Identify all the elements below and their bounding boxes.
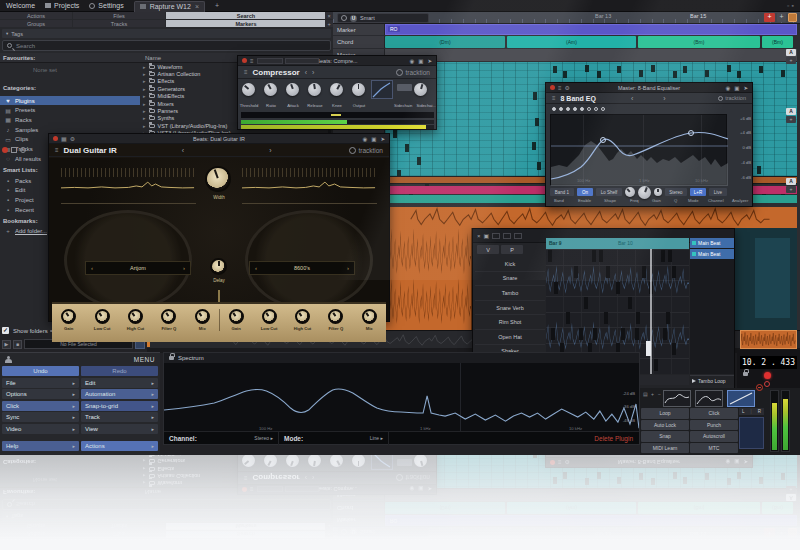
caret-icon[interactable]: ▸: [143, 71, 146, 77]
window-controls[interactable]: ▫ ▪: [787, 2, 794, 9]
freq-knob[interactable]: [625, 187, 635, 197]
dark-clip-region[interactable]: [735, 228, 797, 330]
eye-icon[interactable]: ◉: [362, 136, 367, 142]
help-button[interactable]: Help▸: [2, 441, 79, 451]
caret-icon[interactable]: ▸: [143, 123, 146, 129]
menu-button-right[interactable]: Edit▸: [81, 378, 158, 388]
eye-icon[interactable]: ◉: [725, 85, 730, 91]
compressor-curve-display[interactable]: [371, 80, 393, 99]
category-item[interactable]: ▤Presets: [0, 106, 140, 115]
drum-row-label[interactable]: Kick: [475, 257, 545, 272]
caret-icon[interactable]: ▸: [143, 115, 146, 121]
sidechain-knob[interactable]: [414, 83, 427, 96]
category-item[interactable]: ▦Racks: [0, 115, 140, 124]
track-header-chord[interactable]: Chord: [333, 36, 385, 49]
audio-clip-tall[interactable]: [385, 228, 472, 330]
hamburger-icon[interactable]: ≡: [552, 94, 556, 102]
actions-button[interactable]: Actions▸: [81, 441, 158, 451]
master-track-lane[interactable]: [385, 49, 797, 62]
spectrum-graph[interactable]: 100 Hz1 kHz10 kHz -24 dB-36 dB-48 dB: [164, 363, 639, 431]
add-tab-button[interactable]: +: [215, 2, 219, 9]
release-knob[interactable]: [308, 83, 321, 96]
lock-icon[interactable]: [169, 356, 174, 360]
gain-knob[interactable]: [638, 186, 651, 199]
knee-knob[interactable]: [330, 83, 343, 96]
edit-tab-rapture-w12[interactable]: Rapture W12×: [134, 1, 205, 12]
browser-add-button[interactable]: +: [325, 20, 333, 27]
channel-selector[interactable]: Channel:Stereo ▸: [164, 432, 279, 445]
grid-icon[interactable]: [11, 147, 17, 153]
menu-button-left[interactable]: Sync▸: [2, 412, 79, 422]
menu-button-right[interactable]: View▸: [81, 424, 158, 434]
track-edge-buttons[interactable]: A+: [786, 178, 796, 194]
pin-icon[interactable]: ➤: [427, 58, 432, 64]
band-select-button[interactable]: Band 1: [550, 188, 574, 196]
preset-chip[interactable]: [257, 58, 283, 64]
track-edge-buttons[interactable]: A+: [786, 108, 796, 124]
marker-clip[interactable]: RO: [385, 24, 797, 35]
tool-chip[interactable]: [503, 233, 511, 239]
next-preset-icon[interactable]: ›: [269, 147, 271, 154]
close-window-icon[interactable]: [242, 58, 247, 63]
guitar-ir-titlebar[interactable]: Beats: Dual Guitar IR ▦ ⚙ ◉▣➤: [49, 134, 389, 144]
ir-knob[interactable]: [229, 309, 244, 324]
camera-icon[interactable]: ▣: [734, 85, 739, 91]
cab-selector-left[interactable]: ‹ Artjom ›: [85, 261, 191, 275]
option-button-right[interactable]: Punch: [690, 420, 738, 431]
chord-clip[interactable]: (Am): [507, 36, 636, 48]
close-window-icon[interactable]: [550, 85, 555, 90]
menu-button-right[interactable]: Snap-to-grid▸: [81, 401, 158, 411]
hamburger-icon[interactable]: ≡: [250, 57, 254, 65]
prev-cab-icon[interactable]: ‹: [91, 265, 93, 271]
gear-icon[interactable]: ⚙: [565, 84, 570, 92]
menu-button-left[interactable]: Click▸: [2, 401, 79, 411]
track-header-marker[interactable]: Marker: [333, 24, 385, 36]
option-button-right[interactable]: Autoscroll: [690, 431, 738, 442]
band-selector-dots[interactable]: [552, 107, 605, 111]
loop-toggle-button[interactable]: [764, 381, 770, 387]
name-column-header[interactable]: Name: [145, 55, 161, 61]
stop-button[interactable]: ■: [13, 340, 22, 349]
compressor-thumbnail[interactable]: [727, 390, 755, 407]
clip-list-item[interactable]: Main Beat: [690, 238, 734, 248]
ir-knob[interactable]: [161, 309, 176, 324]
gear-icon[interactable]: [20, 147, 26, 153]
redo-button[interactable]: Redo: [81, 366, 158, 376]
spectrum-titlebar[interactable]: Spectrum: [164, 353, 639, 363]
undo-button[interactable]: Undo: [2, 366, 79, 376]
output-knob[interactable]: [352, 83, 365, 96]
menu-settings[interactable]: Settings: [89, 2, 123, 9]
minus-icon[interactable]: −: [658, 391, 661, 397]
eye-icon[interactable]: ◉: [409, 58, 414, 64]
prev-cab-icon[interactable]: ‹: [255, 265, 257, 271]
shape-button[interactable]: Lo Shelf: [596, 188, 622, 196]
dock-icon[interactable]: ▣: [484, 232, 490, 239]
browser-tab-top[interactable]: Search: [166, 12, 326, 19]
pan-button[interactable]: P: [501, 245, 523, 254]
drum-row-label[interactable]: Open Hat: [475, 330, 545, 345]
prev-preset-icon[interactable]: ‹: [182, 147, 184, 154]
eq-titlebar[interactable]: Master: 8-Band Equaliser ≡ ⚙ ◉▣➤: [546, 83, 752, 93]
ratio-knob[interactable]: [264, 83, 277, 96]
option-button-left[interactable]: MIDI Learn: [641, 443, 689, 454]
option-button-left[interactable]: Loop: [641, 408, 689, 419]
drum-row-label[interactable]: Snare Verb: [475, 301, 545, 316]
mode-selector[interactable]: Mode:Line ▸: [279, 432, 389, 445]
browser-tab-bottom[interactable]: Markers: [166, 20, 326, 27]
drum-row-label[interactable]: Rim Shot: [475, 315, 545, 330]
tool-chip[interactable]: [514, 233, 522, 239]
mode-button[interactable]: Stereo: [665, 188, 687, 196]
pin-icon[interactable]: ➤: [380, 136, 385, 142]
ir-knob[interactable]: [61, 309, 76, 324]
menu-button-left[interactable]: Video▸: [2, 424, 79, 434]
menu-projects[interactable]: Projects: [45, 2, 79, 9]
next-cab-icon[interactable]: ›: [183, 265, 185, 271]
q-knob[interactable]: [654, 188, 662, 196]
threshold-knob[interactable]: [242, 83, 255, 96]
caret-icon[interactable]: ▸: [143, 108, 146, 114]
grid-icon[interactable]: ▦: [61, 135, 67, 143]
menu-button-right[interactable]: Automation▸: [81, 389, 158, 399]
next-preset-icon[interactable]: ›: [663, 95, 665, 102]
tambo-loop-clip[interactable]: [740, 330, 797, 349]
preset-chip[interactable]: [285, 58, 319, 64]
